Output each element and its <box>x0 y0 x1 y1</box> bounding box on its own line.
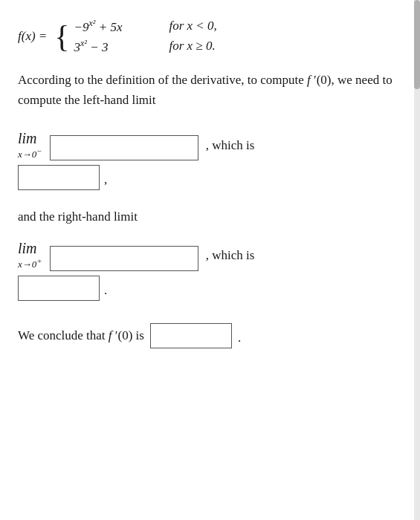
right-limit-row: lim x→0+ , which is <box>18 241 399 270</box>
right-lim-subscript: x→0+ <box>18 256 42 270</box>
conclude-text: We conclude that f ′(0) is <box>18 328 144 343</box>
right-limit-numerator-input[interactable] <box>50 246 198 271</box>
right-period: . <box>104 283 107 301</box>
and-text: and the right-hand limit <box>18 209 399 224</box>
brace-container: { −9x² + 5x for x < 0, 3x² − 3 for x ≥ 0… <box>54 18 217 54</box>
piece1-cond: for x < 0, <box>169 19 216 33</box>
left-limit-numerator-input[interactable] <box>50 135 198 160</box>
right-limit-block: lim x→0+ , which is . <box>18 241 399 306</box>
formula-section: f(x) = { −9x² + 5x for x < 0, 3x² − 3 fo… <box>18 18 399 54</box>
left-lim-subscript: x→0− <box>18 146 42 160</box>
left-lim-word: lim <box>18 131 37 146</box>
scrollbar-thumb[interactable] <box>414 0 420 89</box>
conclude-period: . <box>238 331 241 348</box>
conclude-input[interactable] <box>150 323 232 348</box>
right-limit-denominator-input[interactable] <box>18 276 100 301</box>
left-limit-denominator-input[interactable] <box>18 165 100 190</box>
fx-label: f(x) = <box>18 29 47 44</box>
right-which-is-text: , which is <box>206 248 255 263</box>
right-lim-word: lim <box>18 241 37 256</box>
left-lim-symbol: lim x→0− <box>18 131 42 160</box>
piece2-cond: for x ≥ 0. <box>169 39 215 53</box>
piecewise-rows: −9x² + 5x for x < 0, 3x² − 3 for x ≥ 0. <box>74 18 216 54</box>
right-lim-symbol: lim x→0+ <box>18 241 42 270</box>
conclude-row: We conclude that f ′(0) is . <box>18 323 399 348</box>
piecewise-row-2: 3x² − 3 for x ≥ 0. <box>74 38 216 55</box>
piece2-expr: 3x² − 3 <box>74 38 155 55</box>
left-comma: , <box>104 172 107 190</box>
right-lower-row: . <box>18 276 399 301</box>
left-brace: { <box>54 21 69 52</box>
piecewise-row-1: −9x² + 5x for x < 0, <box>74 18 216 35</box>
piece1-expr: −9x² + 5x <box>74 18 155 35</box>
description-text: According to the definition of the deriv… <box>18 71 399 110</box>
left-limit-row: lim x→0− , which is <box>18 131 399 160</box>
scrollbar-track <box>414 0 420 520</box>
left-lower-row: , <box>18 165 399 190</box>
left-which-is-text: , which is <box>206 138 255 153</box>
left-limit-block: lim x→0− , which is , <box>18 131 399 196</box>
